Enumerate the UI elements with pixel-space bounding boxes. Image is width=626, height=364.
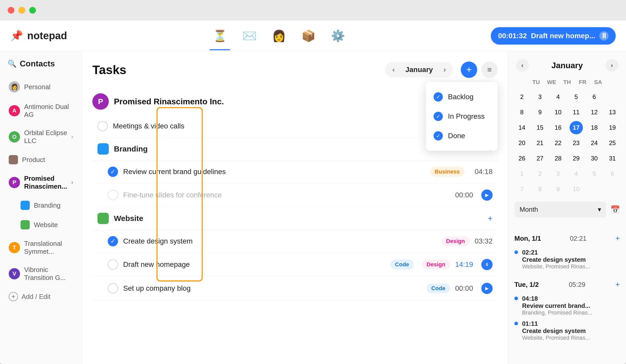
cal-day[interactable]: 19	[606, 121, 619, 134]
add-task-button[interactable]: +	[461, 62, 477, 78]
minimize-button[interactable]	[18, 7, 25, 14]
cal-day[interactable]: 4	[551, 90, 565, 104]
task-checkbox-pending[interactable]	[108, 190, 118, 200]
cal-day[interactable]: 20	[515, 136, 529, 150]
cal-day[interactable]: 31	[606, 152, 619, 165]
cal-day-other-month[interactable]: 4	[570, 167, 583, 180]
orbital-avatar: O	[9, 131, 20, 143]
cal-date-header: Tue, 1/2 05:29 +	[514, 280, 620, 289]
cal-add-entry-button[interactable]: +	[615, 280, 620, 289]
cal-day-other-month[interactable]: 6	[606, 167, 619, 180]
nav-tasks[interactable]: ⏳	[213, 29, 227, 43]
sidebar-item-branding[interactable]: Branding	[5, 196, 77, 215]
cal-day-other-month[interactable]: 3	[551, 167, 565, 180]
cal-day[interactable]: 26	[515, 152, 529, 165]
prev-month-button[interactable]: ‹	[392, 66, 395, 74]
add-edit-button[interactable]: + Add / Edit	[5, 287, 77, 306]
nav-settings[interactable]: ⚙️	[331, 29, 345, 43]
pause-button[interactable]: ⏸	[481, 259, 493, 270]
cal-day-other-month[interactable]: 8	[533, 183, 547, 196]
filter-button[interactable]: ≡	[481, 62, 498, 78]
nav-messages[interactable]: ✉️	[242, 29, 257, 43]
cal-day[interactable]: 6	[588, 90, 601, 104]
search-icon[interactable]: 🔍	[8, 59, 17, 68]
sidebar: 🔍 Contacts 👩 Personal A Antimonic Dual A…	[0, 51, 82, 364]
cal-day-other-month[interactable]: 1	[515, 167, 529, 180]
month-navigator: ‹ January ›	[385, 62, 453, 77]
sidebar-item-label: Website	[34, 221, 58, 229]
cal-add-entry-button[interactable]: +	[615, 234, 620, 243]
cal-day-other-month[interactable]: 7	[515, 183, 529, 196]
sidebar-item-website[interactable]: Website	[5, 215, 77, 235]
task-time: 00:00	[455, 191, 473, 199]
filter-done[interactable]: ✓ Done	[426, 126, 498, 146]
top-navigation: 📌 notepad ⏳ ✉️ 👩 📦 ⚙️ 00:01:32 Draft new…	[0, 21, 626, 51]
sidebar-item-vibronic[interactable]: V Vibronic Transition G...	[5, 261, 77, 287]
sidebar-item-personal[interactable]: 👩 Personal	[5, 76, 77, 98]
cal-day-empty	[606, 183, 619, 196]
task-checkbox-done[interactable]: ✓	[108, 167, 118, 177]
cal-day[interactable]: 8	[515, 106, 529, 119]
filter-in-progress[interactable]: ✓ In Progress	[426, 107, 498, 126]
task-checkbox[interactable]	[97, 121, 108, 131]
sidebar-item-translational[interactable]: T Translational Symmet...	[5, 235, 77, 261]
task-checkbox-done[interactable]: ✓	[108, 236, 118, 246]
cal-prev-button[interactable]: ‹	[516, 59, 529, 72]
task-checkbox[interactable]	[108, 283, 118, 294]
website-dot	[21, 220, 30, 229]
cal-day[interactable]: 13	[606, 106, 619, 119]
cal-day[interactable]: 2	[515, 90, 529, 104]
cal-day-other-month[interactable]: 9	[551, 183, 565, 196]
task-item: Fine-tune slides for conference 00:00 ▶	[92, 183, 498, 207]
cal-day[interactable]: 28	[551, 152, 565, 165]
cal-day[interactable]: 11	[570, 106, 583, 119]
cal-day[interactable]: 14	[515, 121, 529, 134]
sidebar-item-antimonic[interactable]: A Antimonic Dual AG	[5, 98, 77, 124]
fullscreen-button[interactable]	[29, 7, 36, 14]
cal-view-label: Month	[520, 206, 538, 214]
cal-day[interactable]: 22	[551, 136, 565, 150]
timer-button[interactable]: 00:01:32 Draft new homep... ⏸	[491, 27, 616, 45]
cal-day[interactable]: 16	[551, 121, 565, 134]
task-checkbox[interactable]	[108, 259, 118, 270]
nav-files[interactable]: 📦	[301, 29, 316, 43]
sidebar-item-promised[interactable]: P Promised Rinascimen... ›	[5, 169, 77, 196]
cal-day[interactable]: 12	[588, 106, 601, 119]
cal-day[interactable]: 15	[533, 121, 547, 134]
group-add-button[interactable]: +	[488, 214, 493, 223]
cal-day[interactable]: 24	[588, 136, 601, 150]
calendar-icon[interactable]: 📅	[610, 205, 620, 214]
cal-day-other-month[interactable]: 10	[570, 183, 583, 196]
cal-day-other-month[interactable]: 5	[588, 167, 601, 180]
main-content: 🔍 Contacts 👩 Personal A Antimonic Dual A…	[0, 51, 626, 364]
cal-view-dropdown[interactable]: Month ▾	[514, 201, 606, 218]
cal-day[interactable]: 18	[588, 121, 601, 134]
cal-day[interactable]: 29	[570, 152, 583, 165]
cal-month-title: January	[551, 61, 583, 70]
cal-day-other-month[interactable]: 2	[533, 167, 547, 180]
cal-day[interactable]: 10	[551, 106, 565, 119]
cal-day[interactable]: 3	[533, 90, 547, 104]
cal-entry: 04:18 Review current brand... Branding, …	[514, 293, 620, 318]
sidebar-item-label: Vibronic Transition G...	[24, 266, 73, 282]
cal-day[interactable]: 27	[533, 152, 547, 165]
sidebar-item-orbital[interactable]: O Orbital Eclipse LLC ›	[5, 124, 77, 150]
next-month-button[interactable]: ›	[444, 66, 446, 74]
sidebar-item-product[interactable]: Product	[5, 150, 77, 169]
cal-day[interactable]: 23	[570, 136, 583, 150]
entry-dot	[514, 297, 518, 300]
cal-day[interactable]: 21	[533, 136, 547, 150]
filter-backlog[interactable]: ✓ Backlog	[426, 87, 498, 107]
cal-day[interactable]: 5	[570, 90, 583, 104]
cal-next-button[interactable]: ›	[605, 59, 618, 72]
close-button[interactable]	[8, 7, 14, 14]
cal-day-today[interactable]: 17	[570, 121, 583, 134]
sidebar-item-label: Translational Symmet...	[24, 240, 73, 256]
code-tag: Code	[390, 260, 414, 269]
play-button[interactable]: ▶	[481, 189, 493, 201]
cal-day[interactable]: 9	[533, 106, 547, 119]
play-button[interactable]: ▶	[481, 283, 493, 294]
nav-profile[interactable]: 👩	[272, 29, 286, 43]
cal-day[interactable]: 30	[588, 152, 601, 165]
cal-day[interactable]: 25	[606, 136, 619, 150]
